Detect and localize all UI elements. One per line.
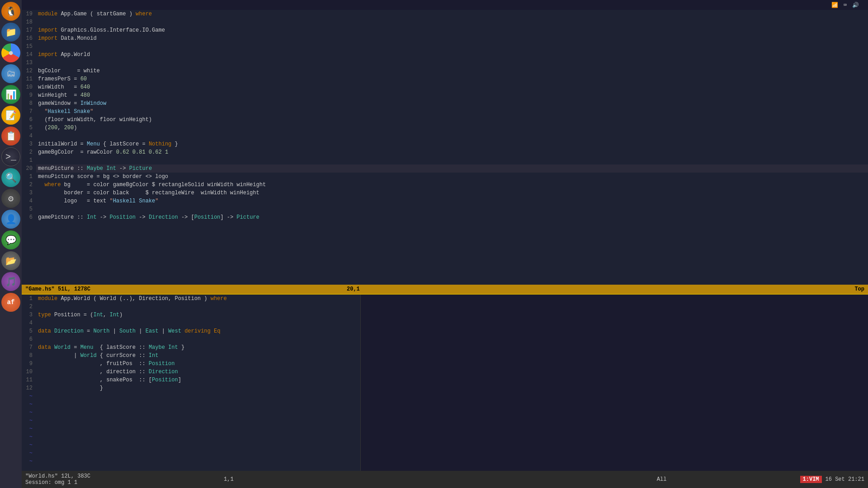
search-icon[interactable]: 🔍 bbox=[1, 168, 20, 187]
line-number: 10 bbox=[22, 83, 36, 91]
code-line: 5 (200, 200) bbox=[22, 124, 868, 132]
line-number: 3 bbox=[22, 140, 36, 148]
line-text bbox=[36, 400, 360, 408]
code-line: 18 bbox=[22, 18, 868, 26]
calc-icon[interactable]: 📊 bbox=[1, 85, 20, 104]
code-line: 12 } bbox=[22, 384, 360, 392]
bottom-fileinfo: "World.hs" 12L, 383C bbox=[25, 473, 90, 479]
code-line: 4 bbox=[22, 319, 360, 327]
editor-bottom-content[interactable]: 1module App.World ( World (..), Directio… bbox=[22, 295, 360, 471]
line-number: ~ bbox=[22, 408, 36, 417]
keyboard-icon: ⌨ bbox=[844, 2, 847, 9]
line-text: gameWindow = InWindow bbox=[36, 99, 868, 108]
code-line: ~ bbox=[22, 433, 360, 441]
code-line: 1module App.World ( World (..), Directio… bbox=[22, 295, 360, 303]
line-number: ~ bbox=[22, 441, 36, 449]
line-text bbox=[36, 18, 868, 26]
code-line: 6gamePicture :: Int -> Position -> Direc… bbox=[22, 213, 868, 221]
line-number: 6 bbox=[22, 335, 36, 343]
editor-top-content[interactable]: 19module App.Game ( startGame ) where18 … bbox=[22, 10, 868, 285]
forms-icon[interactable]: 📋 bbox=[1, 127, 20, 145]
vim-mode-badge: 1:VIM bbox=[800, 476, 822, 483]
line-text: winWidth = 640 bbox=[36, 83, 868, 91]
line-text: menuPicture score = bg <> border <> logo bbox=[36, 173, 868, 181]
music-icon[interactable]: 🎵 bbox=[1, 272, 20, 291]
line-number: 20 bbox=[22, 164, 36, 173]
code-line: 10winWidth = 640 bbox=[22, 83, 868, 91]
code-line: 10 , direction :: Direction bbox=[22, 368, 360, 376]
line-number: 3 bbox=[22, 311, 36, 319]
line-text: winHeight = 480 bbox=[36, 91, 868, 99]
bottom-position: 1,1 All bbox=[224, 476, 666, 483]
line-number: 19 bbox=[22, 10, 36, 18]
code-line: 5data Direction = North | South | East |… bbox=[22, 327, 360, 335]
line-number: 7 bbox=[22, 108, 36, 116]
line-number: 1 bbox=[22, 156, 36, 164]
chat-icon[interactable]: 💬 bbox=[1, 230, 20, 249]
topbar-right: 📶 ⌨ 🔊 bbox=[831, 2, 864, 9]
contacts-icon[interactable]: 👤 bbox=[1, 210, 20, 229]
files-icon[interactable]: 📁 bbox=[1, 23, 20, 42]
line-text: (200, 200) bbox=[36, 124, 868, 132]
code-line: ~ bbox=[22, 425, 360, 433]
line-number: ~ bbox=[22, 449, 36, 457]
bottom-session: Session: omg 1 1 bbox=[25, 479, 90, 486]
nautilus-icon[interactable]: 🗂 bbox=[1, 64, 20, 83]
user-icon[interactable]: af bbox=[1, 293, 20, 312]
editor-bottom-left: 1module App.World ( World (..), Directio… bbox=[22, 295, 361, 471]
line-number: 6 bbox=[22, 213, 36, 221]
line-number: 4 bbox=[22, 197, 36, 205]
files2-icon[interactable]: 📂 bbox=[1, 251, 20, 270]
code-line: 6 (floor winWidth, floor winHeight) bbox=[22, 116, 868, 124]
docs-icon[interactable]: 📝 bbox=[1, 106, 20, 125]
line-text: } bbox=[36, 384, 360, 392]
bottom-statusbar: "World.hs" 12L, 383C Session: omg 1 1 1,… bbox=[22, 471, 868, 488]
line-number: 11 bbox=[22, 75, 36, 83]
line-number: 1 bbox=[22, 173, 36, 181]
terminal-icon[interactable]: >_ bbox=[1, 147, 20, 166]
ubuntu-icon[interactable]: 🐧 bbox=[1, 2, 20, 21]
chrome-icon[interactable]: ● bbox=[1, 43, 20, 62]
line-text bbox=[36, 392, 360, 400]
line-number: 10 bbox=[22, 368, 36, 376]
code-line: 16import Data.Monoid bbox=[22, 34, 868, 42]
line-text bbox=[36, 303, 360, 311]
line-number: 3 bbox=[22, 189, 36, 197]
line-text bbox=[36, 433, 360, 441]
code-line: 2 where bg = color gameBgColor $ rectang… bbox=[22, 181, 868, 189]
code-line: 3initialWorld = Menu { lastScore = Nothi… bbox=[22, 140, 868, 148]
line-number: 5 bbox=[22, 205, 36, 213]
code-line: 3type Position = (Int, Int) bbox=[22, 311, 360, 319]
code-line: 2 bbox=[22, 303, 360, 311]
line-number: 12 bbox=[22, 384, 36, 392]
line-text: data World = Menu { lastScore :: Maybe I… bbox=[36, 343, 360, 352]
code-line: 7data World = Menu { lastScore :: Maybe … bbox=[22, 343, 360, 352]
settings-icon[interactable]: ⚙ bbox=[1, 189, 20, 208]
terminal[interactable] bbox=[361, 295, 868, 471]
code-line: 6 bbox=[22, 335, 360, 343]
line-number: 2 bbox=[22, 303, 36, 311]
bottom-bar-right: 1:VIM 16 Set 21:21 bbox=[800, 476, 864, 483]
code-line: 1menuPicture score = bg <> border <> log… bbox=[22, 173, 868, 181]
editor-top-statusbar: "Game.hs" 51L, 1278C 20,1 Top bbox=[22, 285, 868, 294]
line-number: 2 bbox=[22, 148, 36, 156]
line-text bbox=[36, 457, 360, 465]
code-line: ~ bbox=[22, 457, 360, 465]
line-text: framesPerS = 60 bbox=[36, 75, 868, 83]
sidebar: 🐧📁●🗂📊📝📋>_🔍⚙👤💬📂🎵af bbox=[0, 0, 22, 488]
line-number: 8 bbox=[22, 352, 36, 360]
code-line: 8 | World { currScore :: Int bbox=[22, 352, 360, 360]
code-line: ~ bbox=[22, 441, 360, 449]
line-number: 2 bbox=[22, 181, 36, 189]
line-number: 12 bbox=[22, 67, 36, 75]
bottom-bar-left: "World.hs" 12L, 383C Session: omg 1 1 bbox=[25, 473, 90, 486]
line-text: import App.World bbox=[36, 51, 868, 59]
code-line: 8gameWindow = InWindow bbox=[22, 99, 868, 108]
line-number: 7 bbox=[22, 343, 36, 352]
line-text bbox=[36, 42, 868, 51]
code-line: 3 border = color black $ rectangleWire w… bbox=[22, 189, 868, 197]
line-text: "Haskell Snake" bbox=[36, 108, 868, 116]
line-number: 4 bbox=[22, 132, 36, 140]
line-text: border = color black $ rectangleWire win… bbox=[36, 189, 868, 197]
line-number: 15 bbox=[22, 42, 36, 51]
